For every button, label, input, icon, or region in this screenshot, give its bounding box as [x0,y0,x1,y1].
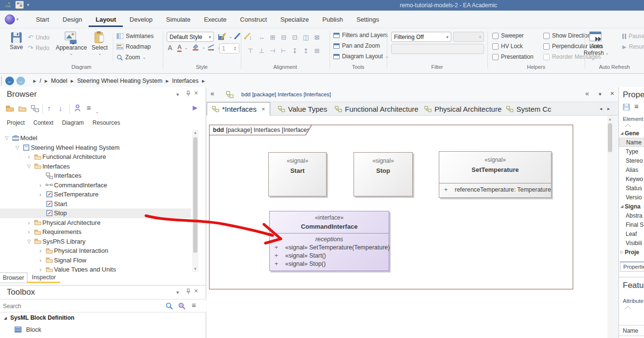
pan-and-zoom-button[interactable]: Pan and Zoom [333,42,380,49]
close-icon[interactable]: × [194,89,198,97]
toolbox-search-input[interactable] [3,301,162,311]
open-folder-icon[interactable] [18,105,26,112]
tree-item[interactable]: ›SetTemperature [0,190,191,199]
filters-and-layers-button[interactable]: Filters and Layers [333,32,388,39]
tree-item[interactable]: ▽Steering Wheel Heating System [0,143,191,153]
tree-item[interactable]: ›Physical Interaction [0,246,191,256]
font-button[interactable]: A [168,44,172,52]
filtering-combo[interactable]: Filtering Off▾ [391,32,451,42]
toolbox-section-header[interactable]: ◢ SysML Block Definition [4,314,74,321]
save-button[interactable]: Save [7,31,26,51]
presentation-checkbox[interactable]: Presentation [492,53,533,60]
tree-item[interactable]: ›Signal Flow [0,256,191,265]
diagram-canvas[interactable]: bdd[package] Interfaces [Interfaces] «si… [207,116,613,338]
toolbox-menu-icon[interactable]: ≡ [192,301,196,309]
browser-tab-resources[interactable]: Resources [92,119,120,126]
align-icon[interactable]: ↔ [257,32,266,42]
browser-tab-diagram[interactable]: Diagram [62,119,84,126]
filter-text-input[interactable] [391,44,484,54]
properties-save-icon[interactable] [623,104,630,111]
tree-item[interactable]: ›CommandInterface [0,181,191,190]
roadmap-button[interactable]: Roadmap [117,43,151,50]
ribbon-tab-simulate[interactable]: Simulate [159,12,197,27]
browser-bottom-tab-inspector[interactable]: Inspector [27,273,60,283]
prop-row-type[interactable]: Type [619,147,644,156]
hamburger-caret-icon[interactable]: ⌄ [95,106,99,115]
align-icon[interactable]: ↧ [290,46,300,55]
diagram-tab-physical-architecture[interactable]: Physical Architecture [424,102,501,116]
properties-menu-icon[interactable]: ≡ [634,102,639,110]
ribbon-tab-design[interactable]: Design [56,12,89,27]
ribbon-tab-develop[interactable]: Develop [123,12,159,27]
panel-menu-caret-icon[interactable]: ▾ [176,91,179,98]
show-direction-checkbox[interactable]: Show Direction [543,32,591,39]
quick-access-caret-icon[interactable]: ▾ [27,2,29,7]
move-up-icon[interactable]: ↑ [47,104,51,112]
align-icon[interactable]: ⊤ [246,46,255,55]
canvas-scrollbar[interactable]: ▲ [607,116,613,338]
ribbon-tab-construct[interactable]: Construct [233,12,274,27]
tree-item[interactable]: ›Requirements [0,227,191,237]
collapse-right-icon[interactable]: « [585,90,589,97]
pin-icon[interactable] [185,288,191,295]
app-image-icon[interactable] [4,1,12,8]
save-style-button[interactable]: ⌄ [218,32,233,41]
align-icon[interactable]: ⊞ [312,46,322,55]
tab-scroll-right-icon[interactable]: ▸ [607,106,610,111]
default-style-combo[interactable]: Default Style▾ [167,32,214,42]
align-icon[interactable]: ↕ [246,32,255,42]
breadcrumb-item-system[interactable]: Steering Wheel Heating System [77,78,162,84]
new-diagram-icon[interactable] [31,105,39,112]
element-interface-commandinterface[interactable]: «interface» CommandInterface receptions … [269,211,389,271]
zoom-button[interactable]: Zoom ⌄ [117,54,146,61]
tree-item[interactable]: ›Functional Architecture [0,152,191,162]
hamburger-menu-icon[interactable]: ≡ [87,104,91,112]
diagram-tab-system-context[interactable]: System Cc [506,102,552,116]
ribbon-tab-execute[interactable]: Execute [197,12,233,27]
undo-button[interactable]: ↶ Undo [28,34,50,41]
prop-row-visibility[interactable]: Visibili [619,238,644,247]
app-menu-caret-icon[interactable]: ▾ [16,17,19,22]
diagram-tab-functional-architecture[interactable]: Functional Architecture [335,102,419,116]
features-tab-attributes[interactable]: Attribute [623,298,644,304]
tree-item[interactable]: ›Physical Architecture [0,218,191,228]
tree-item[interactable]: ▽Model [0,133,191,143]
breadcrumb-item-interfaces[interactable]: Interfaces [172,78,198,84]
browser-tab-project[interactable]: Project [7,119,25,126]
prop-section-project[interactable]: ▷Proje [619,247,644,257]
sweeper-checkbox[interactable]: Sweeper [492,32,524,39]
appearance-button[interactable]: Appearance ⌄ [56,31,87,56]
prop-section-signal[interactable]: ◢Signa [619,202,644,211]
search-icon[interactable] [166,302,173,310]
breadcrumb-item-model[interactable]: Model [51,78,67,84]
auto-refresh-button[interactable]: Auto Refresh⌄ [588,30,605,56]
toolbox-item-block[interactable]: Block [14,326,41,333]
align-icon[interactable]: ↥ [301,46,311,55]
redo-button[interactable]: ↷ Redo [28,44,50,52]
move-down-icon[interactable]: ↓ [59,104,63,112]
collapse-left-icon[interactable]: « [210,90,214,97]
prop-row-keywords[interactable]: Keywo [619,174,644,183]
close-icon[interactable]: × [194,287,198,295]
ribbon-tab-start[interactable]: Start [29,12,56,27]
app-menu-orb-icon[interactable] [5,14,15,25]
copy-style-button[interactable] [233,32,241,40]
breadcrumb-root[interactable]: / [39,78,41,84]
align-icon[interactable]: ⊡ [290,32,300,42]
pause-button[interactable]: Pause & [622,33,644,39]
tree-item[interactable]: Start [0,199,191,209]
hv-lock-checkbox[interactable]: HV Lock [492,43,523,50]
nav-back-button[interactable]: ← [5,77,14,85]
tree-item[interactable]: ▽Interfaces [0,162,191,171]
doc-menu-caret-icon[interactable]: ▾ [599,91,602,97]
select-button[interactable]: Select ⌄ [89,31,111,56]
browser-bottom-tab-browser[interactable]: Browser [0,273,27,283]
panel-menu-caret-icon[interactable]: ▾ [176,289,179,296]
tree-item[interactable]: ▽SysPhS Library [0,237,191,247]
filter-value-combo[interactable]: ▾ [453,32,484,42]
tree-item-selected[interactable]: Stop [0,208,191,218]
prop-row-status[interactable]: Status [619,183,644,193]
features-column-header-name[interactable]: Name [619,325,644,336]
browser-tab-context[interactable]: Context [33,119,53,126]
diagram-tab-value-types[interactable]: Value Types [278,102,327,116]
